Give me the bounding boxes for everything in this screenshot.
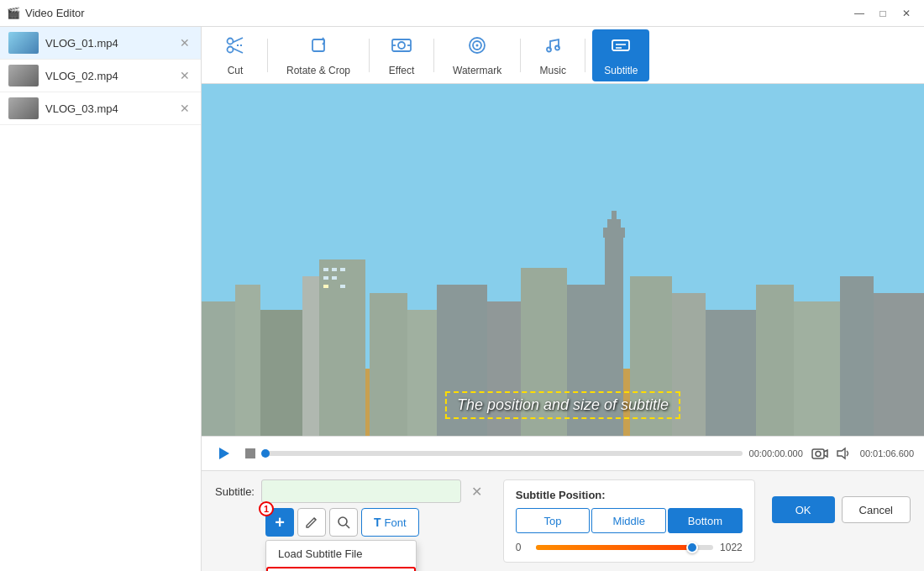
cut-label: Cut [228,65,244,76]
svg-line-3 [233,48,243,53]
dialog-buttons: OK Cancel [772,479,911,523]
volume-button[interactable] [833,443,853,464]
content-area: Cut Rotate & Crop Effect W [202,27,924,571]
sidebar-filename-2: VLOG_03.mp4 [45,102,177,115]
svg-rect-51 [812,449,824,458]
svg-rect-50 [245,448,255,458]
cut-icon [224,34,246,61]
search-subtitle-button[interactable] [329,508,358,537]
svg-rect-29 [370,293,407,436]
bottom-controls: Subtitle: ✕ + 1 [202,470,924,571]
camera-icon-button[interactable] [810,443,830,464]
svg-rect-42 [323,268,328,271]
badge-1: 1 [259,501,274,516]
svg-point-1 [228,46,234,52]
svg-rect-41 [874,293,924,436]
load-subtitle-item[interactable]: Load Subtitle File [266,541,416,567]
close-button[interactable]: ✕ [895,3,917,24]
svg-rect-40 [840,276,874,436]
dropdown-menu: Load Subtitle File Create Subtitle File … [265,540,417,571]
sidebar-close-0[interactable]: ✕ [177,35,192,50]
position-bottom-button[interactable]: Bottom [668,508,743,533]
load-subtitle-label: Load Subtitle File [278,547,362,560]
subtitle-actions: + 1 T Font [265,508,486,537]
position-middle-button[interactable]: Middle [591,508,666,533]
video-area: The position and size of subtitle [202,84,924,436]
subtitle-clear-button[interactable]: ✕ [468,482,486,500]
tab-music[interactable]: Music [528,29,578,81]
separator-2 [369,39,370,72]
svg-rect-5 [312,39,324,51]
position-slider[interactable] [536,545,713,550]
sidebar-item-2[interactable]: VLOG_03.mp4 ✕ [0,92,201,125]
progress-bar[interactable] [265,451,743,456]
sidebar-close-2[interactable]: ✕ [177,101,192,116]
font-button[interactable]: T Font [361,508,419,537]
progress-thumb [261,449,270,458]
position-section: Subtitle Position: Top Middle Bottom 0 1… [503,479,755,563]
title-bar: 🎬 Video Editor — □ ✕ [0,0,924,27]
svg-rect-37 [706,310,756,436]
total-time: 00:01:06.600 [860,448,914,458]
toolbar: Cut Rotate & Crop Effect W [202,27,924,84]
subtitle-overlay: The position and size of subtitle [445,391,680,419]
svg-rect-21 [235,285,260,436]
thumbnail-0 [8,32,39,54]
separator-1 [267,39,268,72]
current-time: 00:00:00.000 [749,448,803,458]
cancel-button[interactable]: Cancel [842,496,911,523]
stop-button[interactable] [242,445,259,462]
tab-cut[interactable]: Cut [210,29,260,81]
subtitle-input[interactable] [261,479,461,503]
slider-thumb [686,542,698,553]
svg-marker-53 [837,448,845,458]
sidebar-item-1[interactable]: VLOG_02.mp4 ✕ [0,60,201,92]
music-icon [542,34,564,61]
tab-watermark[interactable]: Watermark [441,29,513,81]
watermark-icon [466,34,488,61]
sidebar-close-1[interactable]: ✕ [177,68,192,83]
position-top-button[interactable]: Top [516,508,591,533]
minimize-button[interactable]: — [848,3,870,24]
svg-rect-22 [260,310,302,436]
svg-point-52 [816,452,821,457]
thumbnail-1 [8,65,39,86]
ok-button[interactable]: OK [772,496,835,523]
svg-rect-39 [794,301,840,436]
svg-rect-38 [756,285,794,436]
play-button[interactable] [212,442,235,465]
tab-rotate[interactable]: Rotate & Crop [275,29,362,81]
create-subtitle-item[interactable]: Create Subtitle File 2 [266,567,416,571]
tab-effect[interactable]: Effect [376,29,427,81]
sidebar-item-0[interactable]: VLOG_01.mp4 ✕ [0,27,201,60]
svg-rect-28 [612,211,617,221]
watermark-label: Watermark [453,65,501,76]
maximize-button[interactable]: □ [872,3,894,24]
font-label: Font [385,516,407,529]
tab-subtitle[interactable]: Subtitle [592,29,649,81]
slider-max-label: 1022 [720,542,743,553]
playback-bar: 00:00:00.000 00:01:06.600 [202,436,924,470]
edit-subtitle-button[interactable] [297,508,326,537]
svg-rect-20 [202,301,235,436]
effect-label: Effect [389,65,414,76]
svg-point-12 [476,44,479,46]
svg-rect-15 [612,40,629,50]
video-background: The position and size of subtitle [202,84,924,436]
window-controls: — □ ✕ [848,3,917,24]
separator-5 [585,39,585,72]
svg-rect-43 [332,268,337,271]
svg-point-0 [228,38,234,44]
svg-rect-30 [407,310,437,436]
svg-point-7 [398,42,405,49]
playback-icons [810,443,853,464]
subtitle-input-row: Subtitle: ✕ [215,479,486,503]
thumbnail-2 [8,97,39,119]
separator-3 [433,39,434,72]
svg-point-14 [555,45,559,50]
position-buttons: Top Middle Bottom [516,508,743,533]
svg-rect-47 [323,285,328,288]
svg-point-55 [339,517,347,526]
svg-line-54 [314,518,316,520]
svg-rect-46 [332,276,337,280]
